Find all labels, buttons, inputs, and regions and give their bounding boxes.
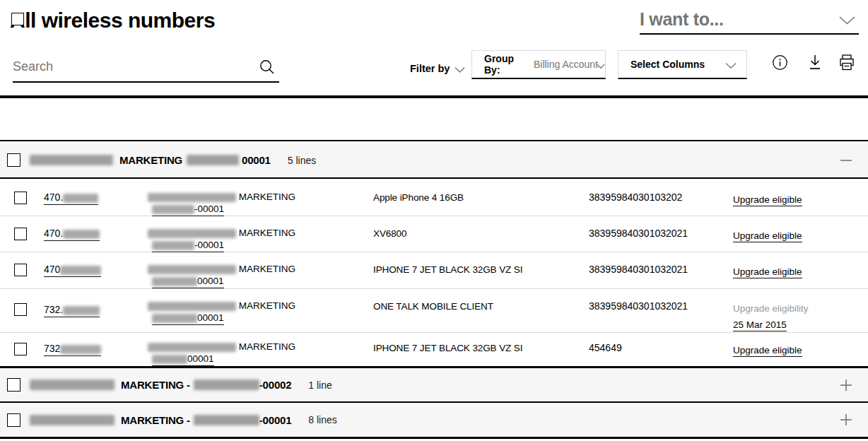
table-row: 732 MARKETING 00001 IPHONE 7 JET BLACK 3… — [0, 333, 868, 366]
info-icon[interactable] — [772, 54, 788, 74]
billing-account-link[interactable]: 00001 — [152, 353, 214, 366]
chevron-down-icon — [725, 59, 737, 72]
table-row: 470. MARKETING -00001 Apple iPhone 4 16G… — [0, 180, 868, 216]
redacted-text — [63, 306, 100, 315]
wireless-number-link[interactable]: 470 — [44, 264, 101, 277]
chevron-down-icon — [838, 16, 856, 28]
redacted-text — [63, 230, 100, 239]
upgrade-date-link[interactable]: 25 Mar 2015 — [733, 319, 787, 331]
billing-account-group-row: MARKETING - -00002 1 line — [0, 368, 868, 401]
upgrade-eligible-link[interactable]: Upgrade eligible — [733, 345, 802, 357]
group-checkbox[interactable] — [7, 413, 20, 427]
redacted-text — [152, 205, 194, 214]
redacted-text — [148, 302, 236, 311]
filter-by-control[interactable]: Filter by — [410, 61, 465, 76]
equipment-model-cell: Apple iPhone 4 16GB — [373, 192, 464, 203]
filter-by-label: Filter by — [410, 63, 450, 74]
i-want-to-dropdown[interactable]: I want to... — [640, 9, 859, 35]
table-row: 470. MARKETING -00001 XV6800 38395984030… — [0, 216, 868, 252]
equipment-model-cell: ONE TALK MOBILE CLIENT — [373, 301, 493, 312]
row-checkbox[interactable] — [14, 228, 27, 240]
group-line-count: 1 line — [308, 380, 332, 391]
redacted-text — [152, 314, 197, 323]
wireless-number-link[interactable]: 732. — [44, 304, 100, 317]
equipment-model-cell: XV6800 — [373, 228, 406, 239]
select-columns-label: Select Columns — [631, 59, 705, 70]
group-checkbox[interactable] — [7, 378, 20, 392]
redacted-text — [30, 380, 115, 390]
group-by-label: Group By: — [484, 53, 531, 76]
select-columns-dropdown[interactable]: Select Columns — [618, 50, 747, 79]
group-name: MARKETING — [119, 154, 182, 166]
redacted-text — [152, 355, 187, 364]
redacted-text — [30, 155, 113, 165]
table-header-row: Wireless number Billing account Equipmen… — [0, 98, 868, 141]
redacted-text — [63, 194, 98, 203]
billing-account-group-row: MARKETING - -00001 8 lines — [0, 403, 868, 437]
i-want-to-label: I want to... — [640, 9, 724, 30]
divider — [0, 437, 868, 439]
wireless-number-link[interactable]: 470. — [44, 192, 98, 205]
wireless-number-link[interactable]: 732 — [44, 343, 101, 356]
group-name: MARKETING - — [121, 379, 190, 391]
billing-account-cell: MARKETING -00001 — [148, 191, 295, 215]
cost-center-cell: 454649 — [589, 342, 622, 353]
table-row: 470 MARKETING 00001 IPHONE 7 JET BLACK 3… — [0, 252, 868, 289]
billing-account-cell: MARKETING 00001 — [148, 341, 295, 365]
redacted-text — [187, 155, 239, 165]
billing-account-link[interactable]: 00001 — [152, 312, 224, 325]
group-suffix: 00001 — [242, 154, 271, 166]
group-suffix: -00002 — [259, 379, 292, 391]
expand-group-button[interactable] — [840, 379, 852, 392]
billing-account-link[interactable]: -00001 — [152, 240, 224, 252]
upgrade-status-text: Upgrade eligibility — [733, 303, 809, 314]
row-checkbox[interactable] — [14, 303, 27, 316]
billing-account-group-row: MARKETING 00001 5 lines — [0, 143, 868, 179]
redacted-text — [148, 265, 236, 274]
row-checkbox[interactable] — [14, 343, 27, 355]
billing-account-link[interactable]: 00001 — [152, 276, 224, 288]
redacted-text — [152, 277, 197, 286]
redacted-text — [148, 343, 236, 352]
redacted-text — [148, 193, 236, 202]
group-name: MARKETING - — [121, 414, 190, 426]
page-title: All wireless numbers — [10, 8, 215, 33]
billing-account-cell: MARKETING 00001 — [148, 300, 295, 324]
download-icon[interactable] — [807, 54, 823, 74]
redacted-text — [30, 415, 115, 425]
equipment-model-cell: IPHONE 7 JET BLACK 32GB VZ SI — [373, 264, 522, 275]
upgrade-eligible-link[interactable]: Upgrade eligible — [733, 266, 802, 278]
select-all-checkbox[interactable] — [11, 13, 24, 25]
print-icon[interactable] — [838, 54, 855, 74]
group-suffix: -00001 — [259, 414, 292, 426]
cost-center-cell: 383959840301032021 — [589, 228, 688, 239]
chevron-down-icon — [454, 64, 465, 76]
expand-group-button[interactable] — [840, 413, 852, 426]
redacted-text — [152, 241, 194, 250]
upgrade-eligible-link[interactable]: Upgrade eligible — [733, 230, 802, 242]
redacted-text — [60, 266, 101, 275]
collapse-group-button[interactable] — [840, 154, 852, 167]
group-line-count: 8 lines — [308, 414, 336, 425]
upgrade-eligible-link[interactable]: Upgrade eligible — [733, 194, 802, 206]
row-checkbox[interactable] — [14, 192, 27, 204]
billing-account-link[interactable]: -00001 — [152, 204, 224, 216]
chevron-down-icon — [597, 59, 605, 72]
group-line-count: 5 lines — [288, 155, 316, 166]
row-checkbox[interactable] — [14, 264, 27, 276]
cost-center-cell: 38395984030103202 — [589, 192, 682, 203]
wireless-number-link[interactable]: 470. — [44, 228, 100, 241]
redacted-text — [148, 229, 236, 238]
search-field — [13, 55, 279, 83]
billing-account-cell: MARKETING 00001 — [148, 263, 295, 287]
group-by-value: Billing Account — [534, 59, 598, 70]
search-icon[interactable] — [259, 59, 275, 78]
search-input[interactable] — [13, 55, 253, 78]
group-checkbox[interactable] — [7, 153, 20, 167]
redacted-text — [194, 415, 259, 425]
redacted-text — [60, 345, 101, 354]
billing-account-cell: MARKETING -00001 — [148, 227, 295, 251]
group-by-dropdown[interactable]: Group By: Billing Account — [471, 50, 606, 79]
equipment-model-cell: IPHONE 7 JET BLACK 32GB VZ SI — [373, 343, 522, 353]
cost-center-cell: 383959840301032021 — [589, 264, 688, 275]
